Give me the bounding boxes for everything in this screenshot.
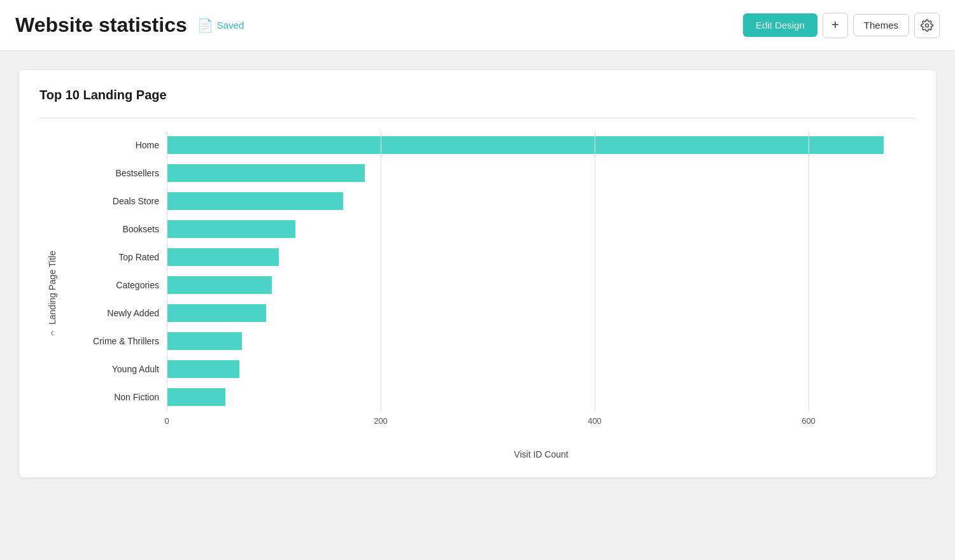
saved-text: Saved	[217, 20, 244, 31]
bar-row: Crime & Thrillers	[65, 327, 916, 355]
bar-fill	[167, 220, 295, 238]
bar-track	[167, 304, 916, 322]
chart-title: Top 10 Landing Page	[39, 88, 916, 102]
chart-container: › Landing Page Title HomeBestsellersDeal…	[39, 131, 916, 459]
bar-fill	[167, 192, 343, 210]
bar-label: Newly Added	[65, 308, 167, 318]
bar-fill	[167, 136, 884, 154]
y-axis-label: › Landing Page Title	[47, 251, 57, 340]
bar-row: Categories	[65, 271, 916, 299]
bar-fill	[167, 388, 225, 406]
svg-point-0	[926, 24, 929, 27]
bar-fill	[167, 332, 242, 350]
saved-indicator: 📄 Saved	[197, 18, 244, 33]
y-axis-chevron: ›	[50, 326, 54, 340]
chart-card: Top 10 Landing Page › Landing Page Title…	[19, 70, 936, 477]
edit-design-button[interactable]: Edit Design	[743, 13, 817, 37]
main-content: Top 10 Landing Page › Landing Page Title…	[0, 51, 955, 496]
bar-track	[167, 164, 916, 182]
bar-label: Young Adult	[65, 364, 167, 374]
bar-row: Newly Added	[65, 299, 916, 327]
header-right: Edit Design + Themes	[743, 13, 940, 38]
bar-label: Booksets	[65, 224, 167, 234]
x-axis-label: Visit ID Count	[167, 449, 916, 459]
bar-label: Non Fiction	[65, 392, 167, 402]
bars-section: HomeBestsellersDeals StoreBooksetsTop Ra…	[65, 131, 916, 411]
bar-row: Booksets	[65, 215, 916, 243]
bar-fill	[167, 360, 239, 378]
bar-fill	[167, 164, 365, 182]
x-axis-tick: 0	[164, 416, 169, 426]
header: Website statistics 📄 Saved Edit Design +…	[0, 0, 955, 51]
bar-row: Non Fiction	[65, 383, 916, 411]
bar-track	[167, 388, 916, 406]
x-axis-tick: 600	[802, 416, 816, 426]
bar-label: Categories	[65, 280, 167, 290]
bar-label: Crime & Thrillers	[65, 336, 167, 346]
chart-area: › Landing Page Title HomeBestsellersDeal…	[39, 131, 916, 459]
bar-fill	[167, 248, 279, 266]
bar-track	[167, 276, 916, 294]
bar-row: Deals Store	[65, 187, 916, 215]
bar-label: Top Rated	[65, 252, 167, 262]
bar-row: Young Adult	[65, 355, 916, 383]
chart-plot: HomeBestsellersDeals StoreBooksetsTop Ra…	[65, 131, 916, 459]
bar-track	[167, 136, 916, 154]
bar-row: Bestsellers	[65, 159, 916, 187]
saved-icon: 📄	[197, 18, 213, 33]
chart-divider	[39, 118, 916, 118]
bar-row: Home	[65, 131, 916, 159]
settings-button[interactable]	[914, 13, 940, 38]
bar-label: Deals Store	[65, 196, 167, 206]
x-axis-tick: 400	[588, 416, 602, 426]
bar-fill	[167, 304, 266, 322]
bar-track	[167, 248, 916, 266]
themes-button[interactable]: Themes	[853, 14, 909, 36]
gear-icon	[921, 19, 933, 32]
bar-label: Bestsellers	[65, 168, 167, 178]
bar-row: Top Rated	[65, 243, 916, 271]
bar-fill	[167, 276, 272, 294]
add-button[interactable]: +	[823, 13, 848, 38]
x-axis-tick: 200	[374, 416, 388, 426]
x-axis: 0200400600	[167, 416, 916, 431]
bar-track	[167, 332, 916, 350]
header-left: Website statistics 📄 Saved	[15, 13, 244, 37]
bar-track	[167, 360, 916, 378]
page-title: Website statistics	[15, 13, 187, 37]
y-axis-label-container: › Landing Page Title	[39, 131, 65, 459]
bar-label: Home	[65, 140, 167, 150]
bar-track	[167, 192, 916, 210]
bar-track	[167, 220, 916, 238]
